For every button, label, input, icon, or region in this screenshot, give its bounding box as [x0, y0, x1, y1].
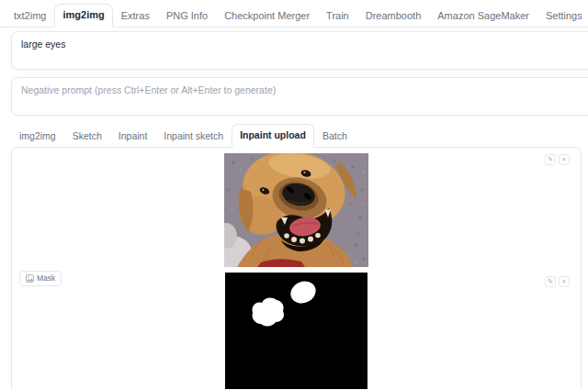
subtab-inpaint-sketch[interactable]: Inpaint sketch [155, 125, 232, 148]
inpaint-upload-panel: ✎ × [11, 147, 582, 390]
tab-img2img[interactable]: img2img [54, 4, 112, 28]
img2img-mode-tab-bar: img2img Sketch Inpaint Inpaint sketch In… [11, 124, 588, 147]
init-image-dog-photo [224, 153, 368, 267]
mask-image [225, 273, 368, 389]
negative-prompt-input[interactable] [11, 77, 588, 116]
close-icon[interactable]: × [559, 276, 570, 287]
subtab-batch[interactable]: Batch [314, 125, 356, 148]
subtab-img2img[interactable]: img2img [11, 125, 64, 148]
tab-checkpoint-merger[interactable]: Checkpoint Merger [216, 5, 318, 28]
tab-train[interactable]: Train [318, 5, 357, 28]
image-icon [26, 274, 34, 283]
subtab-sketch[interactable]: Sketch [64, 125, 110, 148]
mask-image-dropzone[interactable]: Mask ✎ × [12, 270, 581, 390]
init-image-dropzone[interactable]: ✎ × [12, 148, 581, 270]
main-tab-bar: txt2img img2img Extras PNG Info Checkpoi… [0, 0, 588, 28]
mask-image-toolbar: ✎ × [545, 276, 570, 287]
tab-extras[interactable]: Extras [113, 5, 158, 28]
init-image-toolbar: ✎ × [545, 154, 570, 165]
tab-amazon-sagemaker[interactable]: Amazon SageMaker [429, 5, 537, 28]
edit-icon[interactable]: ✎ [545, 154, 556, 165]
mask-label-text: Mask [37, 273, 55, 283]
subtab-inpaint[interactable]: Inpaint [110, 125, 156, 148]
tab-settings[interactable]: Settings [537, 5, 588, 28]
prompt-section: large eyes [0, 28, 588, 116]
close-icon[interactable]: × [559, 154, 570, 165]
mask-label: Mask [19, 271, 62, 286]
tab-txt2img[interactable]: txt2img [6, 5, 54, 28]
subtab-inpaint-upload[interactable]: Inpaint upload [232, 124, 314, 148]
tab-png-info[interactable]: PNG Info [158, 5, 216, 28]
edit-icon[interactable]: ✎ [545, 276, 556, 287]
prompt-input[interactable]: large eyes [11, 31, 588, 70]
tab-dreambooth[interactable]: Dreambooth [357, 5, 430, 28]
